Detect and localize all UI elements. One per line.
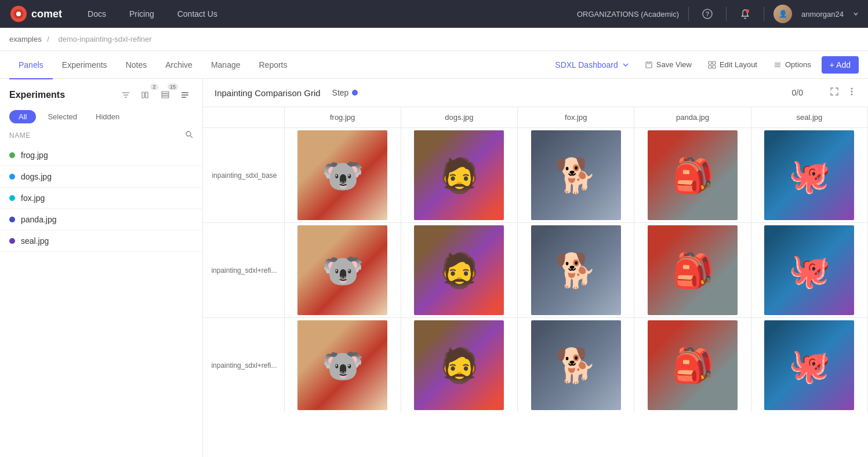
cell-0-1[interactable]: 🧔 <box>401 128 517 223</box>
svg-point-2 <box>16 12 21 16</box>
cell-0-2[interactable]: 🐕 <box>518 128 634 223</box>
nav-pricing[interactable]: Pricing <box>118 0 166 28</box>
save-view-button[interactable]: Save View <box>639 57 698 72</box>
avatar[interactable]: 👤 <box>773 5 792 23</box>
expand-grid-btn[interactable] <box>826 86 842 100</box>
cell-1-3[interactable]: 🎒 <box>634 223 751 318</box>
experiment-item-panda[interactable]: panda.jpg <box>0 209 202 231</box>
svg-rect-17 <box>142 92 144 98</box>
cell-image-0-4: 🐙 <box>764 130 854 220</box>
org-label[interactable]: ORGANIZATIONS (Academic) <box>577 10 679 19</box>
table-header-row: frog.jpg dogs.jpg fox.jpg panda.jpg seal… <box>203 107 868 128</box>
tab-experiments[interactable]: Experiments <box>53 52 117 79</box>
notifications-button[interactable] <box>736 5 754 23</box>
svg-rect-7 <box>709 61 711 64</box>
svg-line-26 <box>190 136 193 138</box>
more-vert-icon <box>851 87 853 96</box>
cell-2-2[interactable]: 🐕 <box>518 318 634 413</box>
rows-icon-container: 15 <box>157 87 173 103</box>
user-label[interactable]: anmorgan24 <box>801 10 844 19</box>
experiment-item-frog[interactable]: frog.jpg <box>0 145 202 166</box>
filter-all-btn[interactable]: All <box>9 110 36 123</box>
svg-rect-24 <box>181 97 186 98</box>
col-header-fox: fox.jpg <box>518 107 634 128</box>
cell-2-0[interactable]: 🐨 <box>284 318 401 413</box>
exp-dot-panda <box>9 217 15 222</box>
step-label: Step <box>332 88 349 97</box>
topbar-divider <box>688 7 689 21</box>
topbar-nav: Docs Pricing Contact Us <box>76 0 229 28</box>
col-header-seal: seal.jpg <box>751 107 867 128</box>
cell-1-1[interactable]: 🧔 <box>401 223 517 318</box>
svg-rect-9 <box>709 65 711 68</box>
breadcrumb: examples / demo-inpainting-sdxl-refiner <box>0 28 868 51</box>
filter-hidden-btn[interactable]: Hidden <box>89 110 126 123</box>
cell-image-0-0: 🐨 <box>297 130 387 220</box>
cell-image-1-1: 🧔 <box>414 225 504 315</box>
tab-archive[interactable]: Archive <box>156 52 202 79</box>
exp-name-seal: seal.jpg <box>21 236 49 246</box>
svg-point-27 <box>851 88 853 90</box>
svg-point-5 <box>746 9 749 13</box>
cell-1-2[interactable]: 🐕 <box>518 223 634 318</box>
breadcrumb-examples[interactable]: examples <box>9 35 42 43</box>
cell-2-4[interactable]: 🐙 <box>751 318 867 413</box>
cell-0-0[interactable]: 🐨 <box>284 128 401 223</box>
exp-name-frog: frog.jpg <box>21 151 48 160</box>
experiment-item-seal[interactable]: seal.jpg <box>0 231 202 252</box>
exp-name-panda: panda.jpg <box>21 215 57 224</box>
logo[interactable]: comet <box>9 5 62 23</box>
options-button[interactable]: Options <box>768 57 817 72</box>
filter-icon-btn[interactable] <box>118 87 134 103</box>
experiment-list: frog.jpg dogs.jpg fox.jpg panda.jpg seal… <box>0 145 202 457</box>
svg-point-25 <box>186 131 191 136</box>
more-options-btn[interactable] <box>177 87 193 103</box>
svg-text:?: ? <box>706 10 710 17</box>
nav-docs[interactable]: Docs <box>76 0 118 28</box>
svg-rect-23 <box>181 94 188 96</box>
tab-panels[interactable]: Panels <box>9 52 53 79</box>
breadcrumb-project: demo-inpainting-sdxl-refiner <box>59 35 152 43</box>
exp-dot-fox <box>9 195 15 201</box>
row-label-1: inpainting_sdxl+refi... <box>203 223 284 318</box>
experiment-item-dogs[interactable]: dogs.jpg <box>0 166 202 188</box>
search-experiments-btn[interactable] <box>185 130 193 140</box>
save-view-label: Save View <box>656 60 692 69</box>
cell-image-1-3: 🎒 <box>648 225 738 315</box>
columns-icon-container: 2 <box>137 87 154 103</box>
experiment-item-fox[interactable]: fox.jpg <box>0 188 202 209</box>
dashboard-selector[interactable]: SDXL Dashboard <box>550 58 634 72</box>
cell-2-3[interactable]: 🎒 <box>634 318 751 413</box>
exp-dot-dogs <box>9 174 15 180</box>
edit-layout-label: Edit Layout <box>720 60 757 69</box>
add-button[interactable]: + Add <box>822 56 859 74</box>
dashboard-chevron-icon <box>622 61 630 69</box>
cell-0-4[interactable]: 🐙 <box>751 128 867 223</box>
sidebar-name-row: NAME <box>0 128 202 145</box>
save-icon <box>645 61 653 69</box>
cell-image-2-0: 🐨 <box>297 320 387 410</box>
col-header-dogs: dogs.jpg <box>401 107 517 128</box>
cell-0-3[interactable]: 🎒 <box>634 128 751 223</box>
cell-1-4[interactable]: 🐙 <box>751 223 867 318</box>
cell-image-1-0: 🐨 <box>297 225 387 315</box>
tab-notes[interactable]: Notes <box>117 52 157 79</box>
grid-title: Inpainting Comparison Grid <box>215 88 321 98</box>
help-button[interactable]: ? <box>698 5 717 23</box>
avatar-image: 👤 <box>773 5 792 23</box>
cell-1-0[interactable]: 🐨 <box>284 223 401 318</box>
tab-manage[interactable]: Manage <box>202 52 250 79</box>
columns-icon <box>141 91 150 99</box>
logo-text: comet <box>31 8 62 20</box>
svg-rect-6 <box>646 62 652 68</box>
grid-more-btn[interactable] <box>847 86 856 100</box>
cell-2-1[interactable]: 🧔 <box>401 318 517 413</box>
topbar-divider-3 <box>764 7 764 21</box>
filter-selected-btn[interactable]: Selected <box>41 110 84 123</box>
tab-reports[interactable]: Reports <box>249 52 296 79</box>
cell-image-2-4: 🐙 <box>764 320 854 410</box>
name-column-label: NAME <box>9 131 31 140</box>
nav-contact[interactable]: Contact Us <box>166 0 229 28</box>
edit-layout-button[interactable]: Edit Layout <box>702 57 763 72</box>
svg-point-29 <box>851 94 853 96</box>
